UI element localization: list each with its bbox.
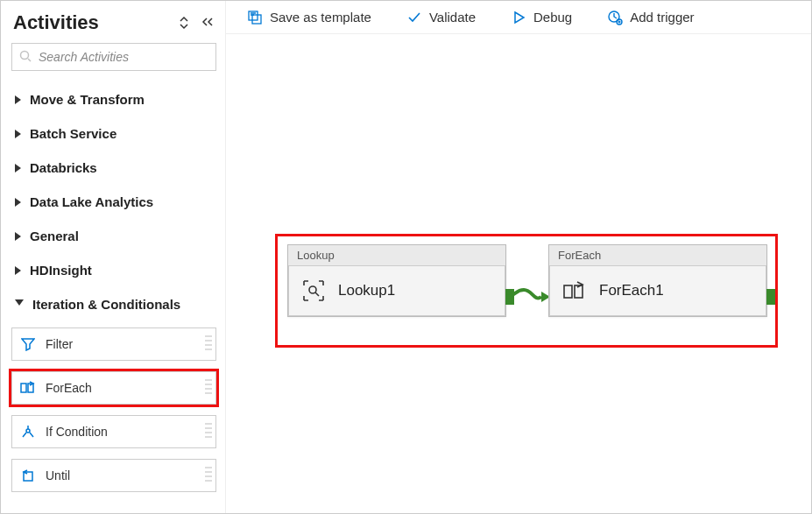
chevron-down-icon: [15, 299, 24, 310]
activity-label: If Condition: [46, 425, 108, 439]
filter-icon: [19, 335, 37, 353]
activity-label: Filter: [46, 337, 73, 351]
svg-point-11: [309, 286, 316, 293]
node-name: ForEach1: [599, 282, 664, 299]
chevron-right-icon: [15, 232, 21, 241]
search-activities[interactable]: [11, 43, 216, 71]
validate-button[interactable]: Validate: [406, 10, 476, 25]
node-name: Lookup1: [338, 282, 395, 299]
lookup-icon: [301, 278, 326, 303]
node-body: Lookup1: [288, 266, 505, 316]
search-input[interactable]: [39, 50, 208, 64]
svg-line-1: [28, 59, 31, 61]
chevron-right-icon: [15, 164, 21, 173]
foreach-icon: [19, 379, 37, 397]
svg-marker-8: [515, 12, 524, 23]
chevron-right-icon: [15, 95, 21, 104]
category-data-lake-analytics[interactable]: Data Lake Analytics: [11, 186, 216, 218]
collapse-panel-icon[interactable]: [201, 16, 215, 30]
checkmark-icon: [406, 10, 422, 25]
save-as-template-button[interactable]: Save as template: [247, 10, 371, 25]
chevron-right-icon: [15, 266, 21, 275]
if-condition-icon: [19, 423, 37, 440]
activity-item-if-condition[interactable]: If Condition: [11, 415, 216, 448]
svg-rect-2: [21, 384, 26, 392]
drag-handle-icon[interactable]: [205, 467, 212, 484]
activity-label: ForEach: [46, 381, 92, 395]
play-icon: [511, 10, 526, 25]
pipeline-canvas[interactable]: Lookup Lookup1 ForEach: [226, 34, 811, 513]
panel-controls: [178, 16, 215, 30]
add-trigger-icon: [607, 10, 623, 25]
activity-item-filter[interactable]: Filter: [11, 327, 216, 361]
add-trigger-button[interactable]: Add trigger: [607, 10, 694, 25]
svg-rect-14: [564, 285, 572, 298]
activities-title: Activities: [13, 11, 99, 34]
expand-all-icon[interactable]: [178, 16, 190, 30]
activities-header: Activities: [11, 11, 216, 34]
activities-panel: Activities Move & Transform Batch Servic…: [1, 1, 226, 513]
drag-handle-icon[interactable]: [205, 423, 212, 440]
node-type-label: ForEach: [549, 245, 766, 266]
chevron-right-icon: [15, 130, 21, 138]
output-port[interactable]: [766, 289, 775, 305]
category-list: Move & Transform Batch Service Databrick…: [11, 83, 216, 497]
connector-arrow[interactable]: [505, 287, 550, 305]
node-lookup[interactable]: Lookup Lookup1: [287, 244, 506, 317]
category-general[interactable]: General: [11, 220, 216, 252]
main-area: Save as template Validate Debug Add trig…: [226, 1, 811, 513]
activity-label: Until: [46, 468, 70, 482]
node-foreach[interactable]: ForEach ForEach1: [548, 244, 767, 317]
foreach-icon: [562, 278, 587, 303]
activity-item-until[interactable]: Until: [11, 459, 216, 492]
save-template-icon: [247, 10, 263, 25]
category-databricks[interactable]: Databricks: [11, 151, 216, 184]
chevron-right-icon: [15, 198, 21, 207]
svg-rect-7: [252, 15, 261, 24]
category-move-transform[interactable]: Move & Transform: [11, 83, 216, 116]
category-batch-service[interactable]: Batch Service: [11, 117, 216, 150]
search-icon: [19, 50, 32, 65]
toolbar: Save as template Validate Debug Add trig…: [226, 1, 811, 34]
drag-handle-icon[interactable]: [205, 335, 212, 353]
category-iteration-conditionals[interactable]: Iteration & Conditionals: [11, 288, 216, 320]
svg-point-0: [21, 51, 29, 59]
iteration-activities-list: Filter ForEach If Condition: [11, 322, 216, 497]
node-type-label: Lookup: [288, 245, 505, 266]
activity-item-foreach[interactable]: ForEach: [11, 371, 216, 405]
category-hdinsight[interactable]: HDInsight: [11, 254, 216, 286]
debug-button[interactable]: Debug: [511, 10, 572, 25]
svg-line-12: [315, 292, 319, 296]
drag-handle-icon[interactable]: [205, 379, 212, 397]
svg-point-4: [26, 429, 30, 433]
node-body: ForEach1: [549, 266, 766, 316]
until-icon: [19, 467, 37, 484]
